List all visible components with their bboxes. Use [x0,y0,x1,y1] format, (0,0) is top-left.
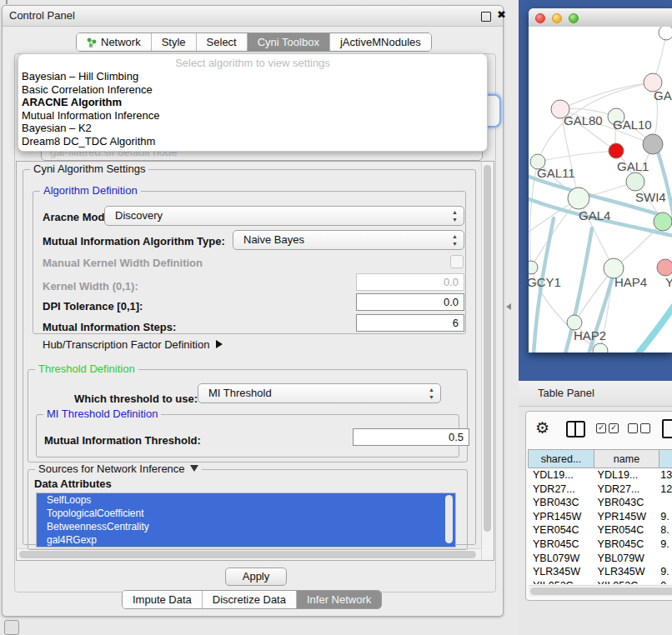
float-icon[interactable] [481,12,491,22]
table-row-ylr345w[interactable]: YLR345WYLR345W9. [528,565,672,579]
attribute-selfloops[interactable]: SelfLoops [37,493,455,507]
data-attributes-label: Data Attributes [34,478,112,490]
network-node-node-gray[interactable] [643,134,663,154]
algorithm-option-mutual-information-inference[interactable]: Mutual Information Inference [21,109,484,122]
network-node-node-top[interactable] [659,27,672,40]
table-row-ybr043c[interactable]: YBR043CYBR043C [528,496,672,510]
data-attributes-list[interactable]: SelfLoopsTopologicalCoefficientBetweenne… [36,492,456,548]
collapsed-arrow-icon [216,340,223,348]
tab-discretize-data[interactable]: Discretize Data [203,591,297,608]
tab-style[interactable]: Style [152,33,197,51]
node-table-panel: ⚙ ✓✓ shared...nameA YDL19...YDL19...13YD… [525,411,672,601]
kernel-width-label: Kernel Width (0,1): [43,280,138,292]
table-row-ybl079w[interactable]: YBL079WYBL079W [528,552,672,566]
algorithm-option-dream8-dc-tdc-algorithm[interactable]: Dream8 DC_TDC Algorithm [21,135,484,148]
network-edge [538,151,616,162]
attribute-gal4rgexp[interactable]: gal4RGexp [37,533,455,547]
table-row-ybr045c[interactable]: YBR045CYBR045C9. [528,538,672,552]
algorithm-placeholder: Select algorithm to view settings [18,57,487,69]
close-icon[interactable]: ✖ [497,8,506,21]
network-node-node-salmon[interactable] [657,259,672,276]
kernel-width-field[interactable]: 0.0 [356,273,464,291]
node-label-gcy1: GCY1 [529,275,561,289]
tab-infer-network[interactable]: Infer Network [297,591,381,608]
tab-cyni-toolbox[interactable]: Cyni Toolbox [248,33,330,51]
network-window-titlebar [529,8,672,28]
column-header-name[interactable]: name [594,449,659,468]
network-node-swi4[interactable] [654,212,672,231]
node-label-hap4: HAP4 [614,275,647,289]
network-node-gcy1[interactable] [529,261,538,274]
settings-horizontal-scrollbar[interactable] [18,548,481,560]
node-label-gal1: GAL1 [617,159,649,173]
column-header-a[interactable]: A [659,449,672,468]
algorithm-option-aracne-algorithm[interactable]: ARACNE Algorithm [21,96,484,109]
network-node-node-bottom[interactable] [593,343,608,352]
group-title-threshold: Threshold Definition [35,362,138,375]
algorithm-dropdown-popup: Select algorithm to view settings Bayesi… [18,53,488,152]
mi-steps-label: Mutual Information Steps: [43,321,176,333]
checked-boxes-icon[interactable]: ✓✓ [596,423,619,433]
zoom-traffic-light-icon[interactable] [569,13,579,23]
node-label-swi4: SWI4 [635,190,666,204]
minimized-panel-icon[interactable] [4,620,19,635]
table-row-ydl19[interactable]: YDL19...YDL19...13 [528,468,672,482]
node-label-gal7: GAL7 [654,88,672,102]
top-edge-tick [6,0,8,4]
attribute-topologicalcoefficient[interactable]: TopologicalCoefficient [37,507,455,520]
manual-kernel-label: Manual Kernel Width Definition [43,257,203,269]
algorithm-option-bayesian-hill-climbing[interactable]: Bayesian – Hill Climbing [21,70,484,83]
document-icon[interactable] [662,419,672,438]
attributes-scrollbar[interactable] [445,495,453,543]
splitter-collapse-icon[interactable] [506,303,511,310]
table-row-yil052c[interactable]: YIL052CYIL052C0. [528,579,672,584]
tab-select[interactable]: Select [197,33,248,51]
minimize-traffic-light-icon[interactable] [552,13,562,23]
top-tab-bar: NetworkStyleSelectCyni ToolboxjActiveMNo… [76,32,432,52]
combo-stepper-icon: ▲▼ [452,208,458,223]
node-label-gal80: GAL80 [564,113,603,128]
settings-vertical-scrollbar[interactable] [481,162,494,560]
aracne-mode-combo[interactable]: Discovery ▲▼ [104,206,464,226]
tab-jactivemnodules[interactable]: jActiveMNodules [330,33,431,51]
which-threshold-combo[interactable]: MI Threshold ▲▼ [198,383,441,403]
table-rows: YDL19...YDL19...13YDR27...YDR27...12YBR0… [528,468,672,584]
tab-impute-data[interactable]: Impute Data [123,591,203,608]
table-panel: Table Panel ⚙ ✓✓ shared...nameA YDL19...… [519,381,672,635]
screen: Control Panel ✖ NetworkStyleSelectCyni T… [0,0,672,635]
table-horizontal-scrollbar[interactable] [529,585,672,597]
tab-network[interactable]: Network [77,33,152,51]
network-canvas[interactable]: GAL7GAL80GAL10GAL1GAL11SWI4GAL4GCY1HAP4Y… [529,27,672,352]
network-node-gal1[interactable] [626,172,644,191]
node-label-y: Y [665,275,672,289]
hub-definition-toggle[interactable]: Hub/Transcription Factor Definition [43,338,223,351]
network-node-node-red[interactable] [609,143,624,158]
network-view-window: GAL7GAL80GAL10GAL1GAL11SWI4GAL4GCY1HAP4Y… [529,8,672,352]
mi-steps-field[interactable]: 6 [356,314,464,332]
node-table: shared...nameA YDL19...YDL19...13YDR27..… [528,449,672,600]
network-node-gal4[interactable] [568,188,589,209]
table-row-ypr145w[interactable]: YPR145WYPR145W9. [528,510,672,524]
mi-type-combo[interactable]: Naive Bayes ▲▼ [233,230,464,250]
column-header-shared[interactable]: shared... [528,449,594,468]
dpi-tolerance-field[interactable]: 0.0 [356,293,464,311]
table-row-ydr27[interactable]: YDR27...YDR27...12 [528,482,672,497]
unchecked-boxes-icon[interactable] [628,423,650,433]
attribute-betweennesscentrality[interactable]: BetweennessCentrality [37,520,455,533]
expanded-arrow-icon [190,465,198,472]
dpi-tolerance-label: DPI Tolerance [0,1]: [43,300,143,312]
gear-icon[interactable]: ⚙ [535,418,549,438]
node-label-gal10: GAL10 [613,118,652,132]
algorithm-option-basic-correlation-inference[interactable]: Basic Correlation Inference [21,83,484,97]
mi-threshold-field[interactable]: 0.5 [353,428,469,446]
manual-kernel-checkbox[interactable] [450,255,464,268]
node-label-hap2: HAP2 [574,328,606,342]
group-title-algorithm-definition: Algorithm Definition [40,184,141,197]
split-columns-icon[interactable] [566,421,585,438]
sources-toggle[interactable]: Sources for Network Inference [35,462,202,475]
mi-threshold-label: Mutual Information Threshold: [44,434,201,447]
table-row-yer054c[interactable]: YER054CYER054C8. [528,523,672,538]
close-traffic-light-icon[interactable] [535,13,545,23]
apply-button[interactable]: Apply [225,568,287,586]
algorithm-option-bayesian-k2[interactable]: Bayesian – K2 [21,122,484,135]
